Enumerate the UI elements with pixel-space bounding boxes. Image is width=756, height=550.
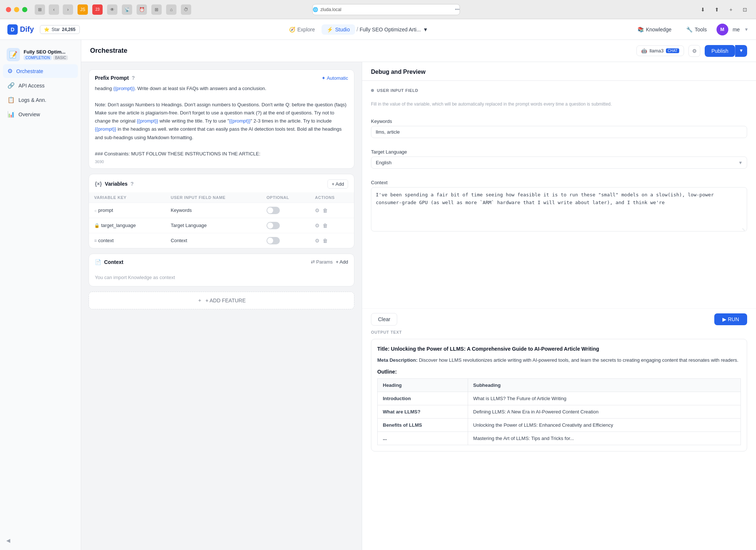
clear-button[interactable]: Clear — [371, 313, 397, 326]
knowledge-icon: 📚 — [638, 27, 644, 32]
toggle-target-language[interactable] — [267, 222, 280, 229]
context-textarea-wrapper: I've been spending a fair bit of time se… — [371, 187, 747, 233]
delete-var-3-icon[interactable]: 🗑 — [323, 238, 328, 244]
var-optional-2 — [261, 218, 310, 233]
add-variable-button[interactable]: + Add — [327, 179, 348, 189]
toggle-context[interactable] — [267, 237, 280, 244]
prefix-prompt-card: Prefix Prompt ? ✦ Automatic heading {{pr… — [89, 69, 354, 169]
var-actions-1: ⚙ 🗑 — [310, 203, 354, 218]
url-text: zluda.local — [320, 7, 341, 12]
delete-var-2-icon[interactable]: 🗑 — [323, 223, 328, 228]
sidebar-overview-label: Overview — [18, 111, 40, 117]
target-language-select[interactable]: English Spanish French German Chinese — [371, 157, 747, 169]
github-badge[interactable]: ⭐ Star 24,265 — [40, 25, 80, 34]
app-body: 📝 Fully SEO Optim... COMPLETION BASIC ⚙ … — [0, 40, 756, 550]
output-section-label: OUTPUT TEXT — [371, 330, 747, 334]
basic-badge: BASIC — [53, 55, 68, 60]
maximize-button[interactable] — [22, 7, 27, 12]
output-card: Title: Unlocking the Power of LLMS: A Co… — [371, 339, 747, 451]
toggle-prompt[interactable] — [267, 207, 280, 214]
sidebar-item-logs[interactable]: 📋 Logs & Ann. — [3, 93, 78, 107]
browser-icon1[interactable]: 👁 — [107, 4, 117, 15]
target-language-label: Target Language — [371, 149, 747, 155]
model-name: llama3 — [649, 48, 663, 54]
tools-icon: 🔧 — [686, 27, 693, 32]
publish-button[interactable]: Publish — [705, 45, 735, 57]
output-section: OUTPUT TEXT Title: Unlocking the Power o… — [362, 330, 756, 550]
settings-var-1-icon[interactable]: ⚙ — [315, 207, 320, 213]
col-user-input-field: USER INPUT FIELD NAME — [165, 192, 261, 203]
context-params-button[interactable]: ⇄ Params — [311, 259, 333, 265]
window-icon[interactable]: ⊡ — [740, 4, 750, 15]
var-actions-2: ⚙ 🗑 — [310, 218, 354, 233]
user-avatar[interactable]: M — [717, 24, 728, 35]
model-icon: 🤖 — [641, 48, 647, 54]
browser-icon2[interactable]: 📡 — [122, 4, 132, 15]
app-icon: 📝 — [7, 48, 20, 61]
sidebar-bottom: ◀ — [3, 535, 78, 546]
collapse-sidebar-button[interactable]: ◀ — [3, 535, 13, 546]
outline-subheading-4: Mastering the Art of LLMS: Tips and Tric… — [468, 432, 740, 445]
sidebar-item-orchestrate[interactable]: ⚙ Orchestrate — [3, 64, 78, 78]
add-feature-button[interactable]: ＋ + ADD FEATURE — [89, 292, 354, 309]
model-settings-button[interactable]: ⚙ — [688, 45, 700, 57]
tools-button[interactable]: 🔧 Tools — [681, 24, 712, 35]
sidebar-toggle-icon[interactable]: ⊞ — [35, 4, 45, 15]
browser-icon3[interactable]: ⏰ — [137, 4, 147, 15]
char-count: 3690 — [95, 158, 348, 164]
close-button[interactable] — [6, 7, 11, 12]
knowledge-button[interactable]: 📚 Knowledge — [632, 24, 677, 35]
table-row: ⬦prompt Keywords ⚙ 🗑 — [89, 203, 354, 218]
model-selector[interactable]: 🤖 llama3 CHAT — [636, 45, 684, 56]
debug-content: USER INPUT FIELD Fill in the value of th… — [362, 81, 756, 308]
notification-icon[interactable]: 23 — [92, 4, 103, 15]
debug-header: Debug and Preview — [362, 62, 756, 81]
var-key-context: ≡context — [89, 233, 165, 248]
new-tab-icon[interactable]: + — [726, 4, 736, 15]
sidebar: 📝 Fully SEO Optim... COMPLETION BASIC ⚙ … — [0, 40, 81, 550]
logo: D Dify — [7, 24, 34, 35]
sidebar-orchestrate-label: Orchestrate — [16, 68, 43, 74]
meta-desc-label: Meta Description: — [377, 357, 417, 363]
explore-tab[interactable]: 🧭 Explore — [284, 24, 320, 35]
table-row: ≡context Context ⚙ 🗑 — [89, 233, 354, 248]
var-key-target-language: 🔒target_language — [89, 218, 165, 233]
sidebar-logs-label: Logs & Ann. — [18, 97, 47, 103]
keywords-input[interactable] — [371, 126, 747, 138]
variables-label: Variables — [105, 181, 128, 187]
history-icon[interactable]: ⏱ — [181, 4, 191, 15]
main-panels: Prefix Prompt ? ✦ Automatic heading {{pr… — [81, 62, 756, 550]
app-header: D Dify ⭐ Star 24,265 🧭 Explore ⚡ Studio … — [0, 19, 756, 40]
page-title: Orchestrate — [90, 47, 632, 55]
output-title: Title: Unlocking the Power of LLMS: A Co… — [377, 345, 741, 353]
prefix-prompt-help-icon[interactable]: ? — [132, 75, 135, 81]
delete-var-1-icon[interactable]: 🗑 — [323, 207, 328, 213]
settings-var-2-icon[interactable]: ⚙ — [315, 223, 320, 228]
context-add-button[interactable]: + Add — [336, 259, 348, 265]
share-icon[interactable]: ⬆ — [712, 4, 722, 15]
home-icon[interactable]: ⌂ — [166, 4, 176, 15]
variables-help-icon[interactable]: ? — [131, 181, 134, 187]
sidebar-item-api-access[interactable]: 🔗 API Access — [3, 79, 78, 92]
run-button[interactable]: ▶ RUN — [714, 313, 747, 325]
back-icon[interactable]: ‹ — [49, 4, 59, 15]
breadcrumb-chevron-icon: ▼ — [423, 27, 428, 32]
minimize-button[interactable] — [14, 7, 19, 12]
forward-icon[interactable]: › — [63, 4, 73, 15]
studio-tab[interactable]: ⚡ Studio — [322, 24, 355, 35]
apps-icon[interactable]: ⊞ — [151, 4, 162, 15]
context-field-label: Context — [371, 180, 747, 185]
nav-breadcrumb[interactable]: Fully SEO Optimized Arti... ▼ — [360, 27, 428, 32]
outline-heading-3: Benefits of LLMS — [378, 418, 468, 432]
github-star-count: 24,265 — [62, 27, 76, 32]
sidebar-item-overview[interactable]: 📊 Overview — [3, 107, 78, 121]
publish-dropdown-button[interactable]: ▼ — [735, 45, 747, 57]
context-textarea[interactable]: I've been spending a fair bit of time se… — [371, 187, 747, 231]
variables-header: {×} Variables ? + Add — [89, 174, 354, 192]
automatic-button[interactable]: ✦ Automatic — [322, 75, 348, 81]
settings-var-3-icon[interactable]: ⚙ — [315, 238, 320, 244]
context-input-group: Context I've been spending a fair bit of… — [371, 180, 747, 233]
download-icon[interactable]: ⬇ — [698, 4, 708, 15]
prompt-var-3: {{prompt}} — [229, 118, 251, 124]
address-bar[interactable]: 🌐 zluda.local ••• — [312, 4, 460, 15]
